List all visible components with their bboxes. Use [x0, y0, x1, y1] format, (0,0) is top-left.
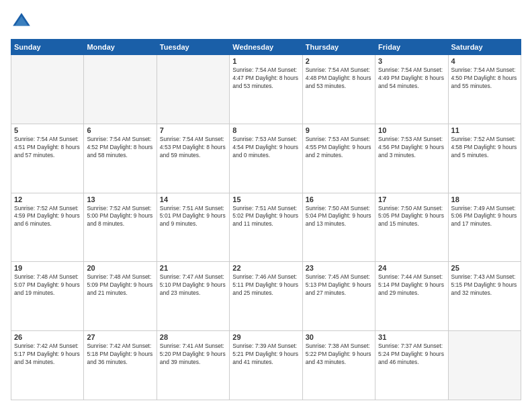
day-number: 23	[306, 264, 372, 272]
calendar-cell: 26Sunrise: 7:42 AM Sunset: 5:17 PM Dayli…	[11, 331, 84, 400]
weekday-monday: Monday	[84, 40, 157, 55]
weekday-thursday: Thursday	[302, 40, 375, 55]
calendar-cell: 25Sunrise: 7:43 AM Sunset: 5:15 PM Dayli…	[448, 262, 521, 331]
cell-text: Sunrise: 7:53 AM Sunset: 4:55 PM Dayligh…	[306, 136, 372, 160]
calendar-cell: 21Sunrise: 7:47 AM Sunset: 5:10 PM Dayli…	[157, 262, 229, 331]
cell-text: Sunrise: 7:54 AM Sunset: 4:51 PM Dayligh…	[14, 136, 81, 160]
week-row-5: 26Sunrise: 7:42 AM Sunset: 5:17 PM Dayli…	[11, 331, 521, 400]
cell-text: Sunrise: 7:54 AM Sunset: 4:53 PM Dayligh…	[160, 136, 226, 160]
cell-text: Sunrise: 7:41 AM Sunset: 5:20 PM Dayligh…	[160, 342, 226, 367]
week-row-1: 1Sunrise: 7:54 AM Sunset: 4:47 PM Daylig…	[11, 55, 521, 124]
day-number: 1	[232, 57, 299, 65]
day-number: 22	[232, 264, 299, 272]
cell-text: Sunrise: 7:54 AM Sunset: 4:52 PM Dayligh…	[87, 136, 153, 160]
day-number: 9	[306, 126, 372, 134]
cell-text: Sunrise: 7:43 AM Sunset: 5:15 PM Dayligh…	[451, 273, 518, 298]
calendar-cell: 17Sunrise: 7:50 AM Sunset: 5:05 PM Dayli…	[375, 193, 448, 262]
day-number: 5	[14, 126, 81, 134]
day-number: 31	[378, 333, 445, 341]
calendar-cell: 18Sunrise: 7:49 AM Sunset: 5:06 PM Dayli…	[448, 193, 521, 262]
day-number: 11	[451, 126, 518, 134]
week-row-4: 19Sunrise: 7:48 AM Sunset: 5:07 PM Dayli…	[11, 262, 521, 331]
calendar-cell: 16Sunrise: 7:50 AM Sunset: 5:04 PM Dayli…	[302, 193, 375, 262]
calendar-cell: 11Sunrise: 7:52 AM Sunset: 4:58 PM Dayli…	[448, 124, 521, 193]
calendar-cell: 8Sunrise: 7:53 AM Sunset: 4:54 PM Daylig…	[230, 124, 302, 193]
cell-text: Sunrise: 7:48 AM Sunset: 5:09 PM Dayligh…	[87, 273, 153, 298]
cell-text: Sunrise: 7:48 AM Sunset: 5:07 PM Dayligh…	[14, 273, 81, 298]
weekday-tuesday: Tuesday	[157, 40, 229, 55]
page: SundayMondayTuesdayWednesdayThursdayFrid…	[0, 0, 532, 411]
calendar-cell: 4Sunrise: 7:54 AM Sunset: 4:50 PM Daylig…	[448, 55, 521, 124]
day-number: 21	[160, 264, 226, 272]
calendar-cell: 12Sunrise: 7:52 AM Sunset: 4:59 PM Dayli…	[11, 193, 84, 262]
calendar-cell: 5Sunrise: 7:54 AM Sunset: 4:51 PM Daylig…	[11, 124, 84, 193]
day-number: 27	[87, 333, 153, 341]
calendar-cell	[11, 55, 84, 124]
cell-text: Sunrise: 7:51 AM Sunset: 5:02 PM Dayligh…	[232, 205, 299, 229]
day-number: 30	[306, 333, 372, 341]
cell-text: Sunrise: 7:51 AM Sunset: 5:01 PM Dayligh…	[160, 205, 226, 229]
weekday-sunday: Sunday	[11, 40, 84, 55]
day-number: 3	[378, 57, 445, 65]
weekday-saturday: Saturday	[448, 40, 521, 55]
calendar-cell: 29Sunrise: 7:39 AM Sunset: 5:21 PM Dayli…	[230, 331, 302, 400]
calendar-cell: 15Sunrise: 7:51 AM Sunset: 5:02 PM Dayli…	[230, 193, 302, 262]
day-number: 4	[451, 57, 518, 65]
calendar-cell: 24Sunrise: 7:44 AM Sunset: 5:14 PM Dayli…	[375, 262, 448, 331]
weekday-header: SundayMondayTuesdayWednesdayThursdayFrid…	[11, 40, 521, 55]
calendar-cell: 30Sunrise: 7:38 AM Sunset: 5:22 PM Dayli…	[302, 331, 375, 400]
cell-text: Sunrise: 7:53 AM Sunset: 4:54 PM Dayligh…	[232, 136, 299, 160]
cell-text: Sunrise: 7:49 AM Sunset: 5:06 PM Dayligh…	[451, 205, 518, 229]
logo	[11, 11, 35, 32]
calendar-cell	[448, 331, 521, 400]
calendar-cell: 1Sunrise: 7:54 AM Sunset: 4:47 PM Daylig…	[230, 55, 302, 124]
cell-text: Sunrise: 7:54 AM Sunset: 4:48 PM Dayligh…	[306, 66, 372, 91]
calendar-cell: 13Sunrise: 7:52 AM Sunset: 5:00 PM Dayli…	[84, 193, 157, 262]
weekday-wednesday: Wednesday	[230, 40, 302, 55]
calendar-cell: 28Sunrise: 7:41 AM Sunset: 5:20 PM Dayli…	[157, 331, 229, 400]
calendar-cell: 7Sunrise: 7:54 AM Sunset: 4:53 PM Daylig…	[157, 124, 229, 193]
day-number: 25	[451, 264, 518, 272]
cell-text: Sunrise: 7:52 AM Sunset: 4:58 PM Dayligh…	[451, 136, 518, 160]
day-number: 16	[306, 195, 372, 203]
day-number: 26	[14, 333, 81, 341]
calendar-cell	[157, 55, 229, 124]
week-row-2: 5Sunrise: 7:54 AM Sunset: 4:51 PM Daylig…	[11, 124, 521, 193]
calendar-cell: 31Sunrise: 7:37 AM Sunset: 5:24 PM Dayli…	[375, 331, 448, 400]
calendar-cell: 9Sunrise: 7:53 AM Sunset: 4:55 PM Daylig…	[302, 124, 375, 193]
cell-text: Sunrise: 7:42 AM Sunset: 5:17 PM Dayligh…	[14, 342, 81, 367]
calendar-cell: 27Sunrise: 7:42 AM Sunset: 5:18 PM Dayli…	[84, 331, 157, 400]
header	[11, 11, 521, 32]
cell-text: Sunrise: 7:52 AM Sunset: 5:00 PM Dayligh…	[87, 205, 153, 229]
day-number: 28	[160, 333, 226, 341]
cell-text: Sunrise: 7:52 AM Sunset: 4:59 PM Dayligh…	[14, 205, 81, 229]
calendar-table: SundayMondayTuesdayWednesdayThursdayFrid…	[11, 39, 521, 400]
cell-text: Sunrise: 7:50 AM Sunset: 5:05 PM Dayligh…	[378, 205, 445, 229]
calendar-cell: 23Sunrise: 7:45 AM Sunset: 5:13 PM Dayli…	[302, 262, 375, 331]
day-number: 2	[306, 57, 372, 65]
calendar-cell: 10Sunrise: 7:53 AM Sunset: 4:56 PM Dayli…	[375, 124, 448, 193]
cell-text: Sunrise: 7:38 AM Sunset: 5:22 PM Dayligh…	[306, 342, 372, 367]
cell-text: Sunrise: 7:54 AM Sunset: 4:47 PM Dayligh…	[232, 66, 299, 91]
calendar-cell: 6Sunrise: 7:54 AM Sunset: 4:52 PM Daylig…	[84, 124, 157, 193]
weekday-friday: Friday	[375, 40, 448, 55]
cell-text: Sunrise: 7:37 AM Sunset: 5:24 PM Dayligh…	[378, 342, 445, 367]
day-number: 10	[378, 126, 445, 134]
calendar-cell: 20Sunrise: 7:48 AM Sunset: 5:09 PM Dayli…	[84, 262, 157, 331]
cell-text: Sunrise: 7:53 AM Sunset: 4:56 PM Dayligh…	[378, 136, 445, 160]
week-row-3: 12Sunrise: 7:52 AM Sunset: 4:59 PM Dayli…	[11, 193, 521, 262]
cell-text: Sunrise: 7:46 AM Sunset: 5:11 PM Dayligh…	[232, 273, 299, 298]
day-number: 29	[232, 333, 299, 341]
cell-text: Sunrise: 7:47 AM Sunset: 5:10 PM Dayligh…	[160, 273, 226, 298]
calendar-cell: 3Sunrise: 7:54 AM Sunset: 4:49 PM Daylig…	[375, 55, 448, 124]
cell-text: Sunrise: 7:45 AM Sunset: 5:13 PM Dayligh…	[306, 273, 372, 298]
calendar-cell: 19Sunrise: 7:48 AM Sunset: 5:07 PM Dayli…	[11, 262, 84, 331]
calendar-cell: 2Sunrise: 7:54 AM Sunset: 4:48 PM Daylig…	[302, 55, 375, 124]
day-number: 24	[378, 264, 445, 272]
day-number: 13	[87, 195, 153, 203]
day-number: 17	[378, 195, 445, 203]
day-number: 14	[160, 195, 226, 203]
cell-text: Sunrise: 7:54 AM Sunset: 4:50 PM Dayligh…	[451, 66, 518, 91]
cell-text: Sunrise: 7:39 AM Sunset: 5:21 PM Dayligh…	[232, 342, 299, 367]
calendar-cell	[84, 55, 157, 124]
